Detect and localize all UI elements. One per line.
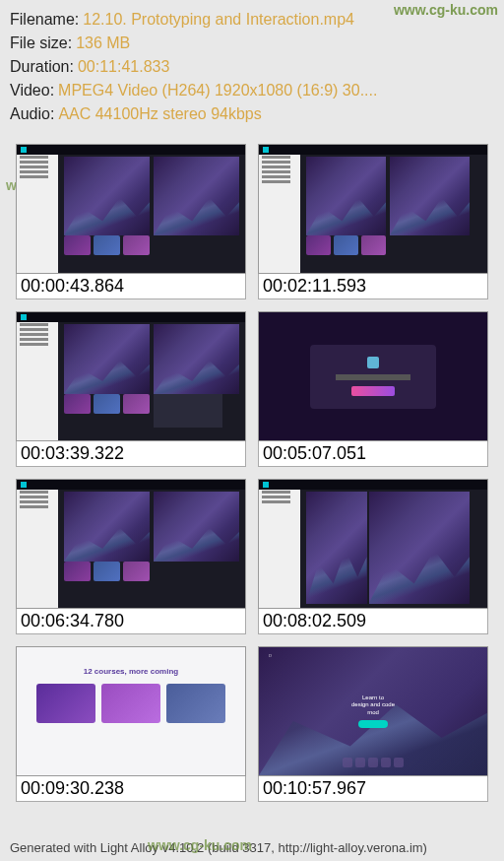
timecode: 00:08:02.509 — [258, 609, 488, 634]
timecode: 00:10:57.967 — [258, 776, 488, 802]
app-topbar — [259, 480, 487, 490]
thumbnail-image — [258, 479, 488, 609]
filename-label: Filename: — [10, 8, 79, 32]
duration-label: Duration: — [10, 55, 74, 79]
app-rightpanel — [475, 480, 487, 608]
timecode: 00:00:43.864 — [16, 274, 246, 299]
light-section: 12 courses, more coming — [17, 647, 245, 775]
course-card — [166, 684, 225, 723]
timecode: 00:06:34.780 — [16, 609, 246, 634]
thumbnail-image — [16, 144, 246, 274]
app-canvas — [300, 480, 475, 608]
thumbnail-grid: 00:00:43.864 00:02:11.593 — [0, 134, 504, 812]
audio-label: Audio: — [10, 102, 54, 126]
info-row-video: Video: MPEG4 Video (H264) 1920x1080 (16:… — [10, 79, 494, 102]
app-topbar — [17, 145, 245, 155]
app-canvas — [58, 480, 245, 608]
app-topbar — [259, 145, 487, 155]
video-label: Video: — [10, 79, 54, 102]
app-sidebar — [17, 145, 58, 273]
duration-value: 00:11:41.833 — [78, 55, 169, 79]
thumbnail-image — [16, 479, 246, 609]
thumbnail-5: 00:06:34.780 — [16, 479, 246, 634]
modal-button — [351, 386, 396, 396]
card-row — [27, 684, 235, 723]
thumbnail-image — [16, 311, 246, 441]
thumbnail-2: 00:02:11.593 — [258, 144, 488, 299]
app-sidebar — [17, 480, 58, 608]
course-card — [101, 684, 160, 723]
thumbnail-4: 00:05:07.051 — [258, 311, 488, 467]
watermark-top: www.cg-ku.com — [394, 2, 498, 18]
thumbnail-3: 00:03:39.322 — [16, 311, 246, 467]
timecode: 00:05:07.051 — [258, 441, 488, 467]
video-value: MPEG4 Video (H264) 1920x1080 (16:9) 30..… — [58, 79, 377, 102]
modal-dialog — [310, 345, 436, 409]
modal-screen — [259, 312, 487, 440]
hero-heading: Learn todesign and codemod — [351, 695, 395, 716]
info-row-filesize: File size: 136 MB — [10, 32, 494, 55]
app-sidebar — [17, 312, 58, 440]
file-info-panel: Filename: 12.10. Prototyping and Interac… — [0, 0, 504, 134]
modal-text — [336, 374, 411, 380]
filesize-value: 136 MB — [76, 32, 130, 55]
app-topbar — [17, 312, 245, 322]
filename-value: 12.10. Prototyping and Interaction.mp4 — [83, 8, 354, 32]
watermark-bottom: www.cg-ku.com — [148, 837, 252, 853]
hero-section: D Learn todesign and codemod — [259, 647, 487, 775]
thumbnail-7: 12 courses, more coming 00:09:30.238 — [16, 646, 246, 802]
thumbnail-6: 00:08:02.509 — [258, 479, 488, 634]
timecode: 00:02:11.593 — [258, 274, 488, 299]
course-card — [36, 684, 95, 723]
filesize-label: File size: — [10, 32, 72, 55]
app-sidebar — [259, 480, 300, 608]
modal-icon — [367, 357, 379, 368]
timecode: 00:03:39.322 — [16, 441, 246, 467]
section-heading: 12 courses, more coming — [27, 667, 235, 676]
info-row-audio: Audio: AAC 44100Hz stereo 94kbps — [10, 102, 494, 126]
app-topbar — [17, 480, 245, 490]
app-canvas — [58, 145, 245, 273]
app-sidebar — [259, 145, 300, 273]
thumbnail-image — [258, 311, 488, 441]
hero-cta-button — [358, 720, 388, 728]
timecode: 00:09:30.238 — [16, 776, 246, 802]
hero-nav: D — [269, 653, 477, 658]
app-rightpanel — [475, 145, 487, 273]
hero-icon-row — [343, 758, 404, 767]
app-canvas — [300, 145, 475, 273]
thumbnail-1: 00:00:43.864 — [16, 144, 246, 299]
thumbnail-image — [258, 144, 488, 274]
thumbnail-8: D Learn todesign and codemod 00:10:57.96… — [258, 646, 488, 802]
app-canvas — [58, 312, 245, 440]
thumbnail-image: D Learn todesign and codemod — [258, 646, 488, 776]
audio-value: AAC 44100Hz stereo 94kbps — [58, 102, 261, 126]
info-row-duration: Duration: 00:11:41.833 — [10, 55, 494, 79]
thumbnail-image: 12 courses, more coming — [16, 646, 246, 776]
